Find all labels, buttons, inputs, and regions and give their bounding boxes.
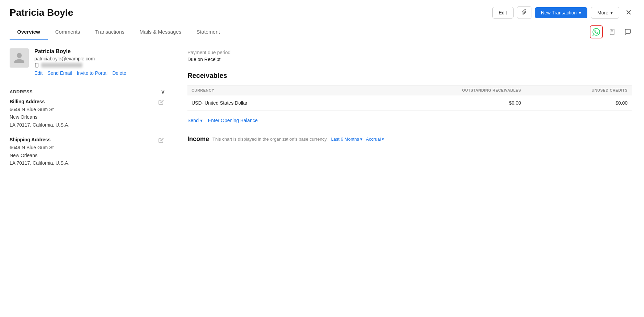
row-outstanding: $0.00 <box>358 95 525 111</box>
attach-button[interactable] <box>517 6 531 19</box>
contact-email: patriciaboyle@example.com <box>34 56 165 61</box>
tab-mails[interactable]: Mails & Messages <box>132 24 189 40</box>
phone-blur <box>41 63 82 68</box>
billing-address-line3: LA 70117, California, U.S.A. <box>10 121 69 129</box>
income-subtitle: This chart is displayed in the organizat… <box>212 137 327 142</box>
whatsapp-icon-button[interactable] <box>590 25 603 38</box>
payment-info: Payment due period Due on Receipt <box>187 50 632 62</box>
receivables-table: CURRENCY OUTSTANDING RECEIVABLES UNUSED … <box>187 85 632 111</box>
close-button[interactable]: ✕ <box>623 7 634 19</box>
tab-statement[interactable]: Statement <box>189 24 227 40</box>
billing-address-row: Billing Address 6649 N Blue Gum St New O… <box>10 99 165 129</box>
delete-contact-link[interactable]: Delete <box>112 70 126 76</box>
income-section: Income This chart is displayed in the or… <box>187 136 632 143</box>
tabs-bar: Overview Comments Transactions Mails & M… <box>0 24 644 40</box>
col-currency: CURRENCY <box>187 85 358 95</box>
billing-address-line2: New Orleans <box>10 113 69 121</box>
shipping-edit-button[interactable] <box>157 137 165 145</box>
svg-rect-0 <box>611 29 613 30</box>
income-basis-filter[interactable]: Accrual ▾ <box>366 137 384 142</box>
shipping-address-line1: 6649 N Blue Gum St <box>10 144 69 151</box>
left-panel: Patricia Boyle patriciaboyle@example.com… <box>0 40 175 313</box>
shipping-address-line3: LA 70117, California, U.S.A. <box>10 159 69 167</box>
receivables-heading: Receivables <box>187 72 632 80</box>
address-section-title: ADDRESS <box>10 89 33 94</box>
billing-edit-button[interactable] <box>157 99 165 107</box>
right-panel: Payment due period Due on Receipt Receiv… <box>175 40 644 313</box>
payment-value: Due on Receipt <box>187 57 632 62</box>
col-outstanding: OUTSTANDING RECEIVABLES <box>358 85 525 95</box>
send-label: Send <box>187 118 199 123</box>
table-actions: Send ▾ Enter Opening Balance <box>187 118 632 123</box>
tabs-list: Overview Comments Transactions Mails & M… <box>10 24 228 40</box>
shipping-address-line2: New Orleans <box>10 152 69 159</box>
header-actions: Edit New Transaction ▾ More ▾ ✕ <box>492 6 634 19</box>
shipping-address-block: Shipping Address 6649 N Blue Gum St New … <box>10 137 165 167</box>
svg-rect-1 <box>35 63 38 67</box>
new-transaction-button[interactable]: New Transaction ▾ <box>535 7 587 18</box>
page-header: Patricia Boyle Edit New Transaction ▾ Mo… <box>0 0 644 24</box>
address-collapse-button[interactable]: ∨ <box>161 88 165 95</box>
tab-comments[interactable]: Comments <box>48 24 88 40</box>
contact-phone <box>34 63 165 68</box>
more-button[interactable]: More ▾ <box>591 7 619 19</box>
address-section-header: ADDRESS ∨ <box>10 83 165 99</box>
billing-address-label: Billing Address <box>10 99 69 104</box>
clipboard-icon-button[interactable] <box>606 25 619 38</box>
avatar-icon <box>13 52 25 64</box>
invite-portal-link[interactable]: Invite to Portal <box>77 70 108 76</box>
contact-name: Patricia Boyle <box>34 48 165 55</box>
contact-links: Edit Send Email Invite to Portal Delete <box>34 70 165 76</box>
avatar <box>10 48 29 68</box>
income-period-filter[interactable]: Last 6 Months ▾ <box>331 137 363 142</box>
phone-icon <box>34 63 39 68</box>
income-title: Income <box>187 136 209 143</box>
billing-address-line1: 6649 N Blue Gum St <box>10 106 69 113</box>
shipping-address-row: Shipping Address 6649 N Blue Gum St New … <box>10 137 165 167</box>
page-title: Patricia Boyle <box>10 7 73 18</box>
edit-contact-link[interactable]: Edit <box>34 70 43 76</box>
send-email-link[interactable]: Send Email <box>47 70 72 76</box>
edit-button[interactable]: Edit <box>492 7 514 19</box>
row-currency: USD- United States Dollar <box>187 95 358 111</box>
enter-opening-balance-button[interactable]: Enter Opening Balance <box>208 118 258 123</box>
row-unused: $0.00 <box>525 95 632 111</box>
contact-details: Patricia Boyle patriciaboyle@example.com… <box>34 48 165 76</box>
send-button[interactable]: Send ▾ <box>187 118 203 123</box>
col-unused: UNUSED CREDITS <box>525 85 632 95</box>
tab-actions <box>590 25 634 38</box>
table-row: USD- United States Dollar $0.00 $0.00 <box>187 95 632 111</box>
billing-address-block: Billing Address 6649 N Blue Gum St New O… <box>10 99 165 129</box>
contact-info: Patricia Boyle patriciaboyle@example.com… <box>10 48 165 76</box>
tab-overview[interactable]: Overview <box>10 24 48 40</box>
tab-transactions[interactable]: Transactions <box>88 24 132 40</box>
chat-icon-button[interactable] <box>621 25 634 38</box>
shipping-address-label: Shipping Address <box>10 137 69 142</box>
payment-label: Payment due period <box>187 50 632 55</box>
main-content: Patricia Boyle patriciaboyle@example.com… <box>0 40 644 313</box>
